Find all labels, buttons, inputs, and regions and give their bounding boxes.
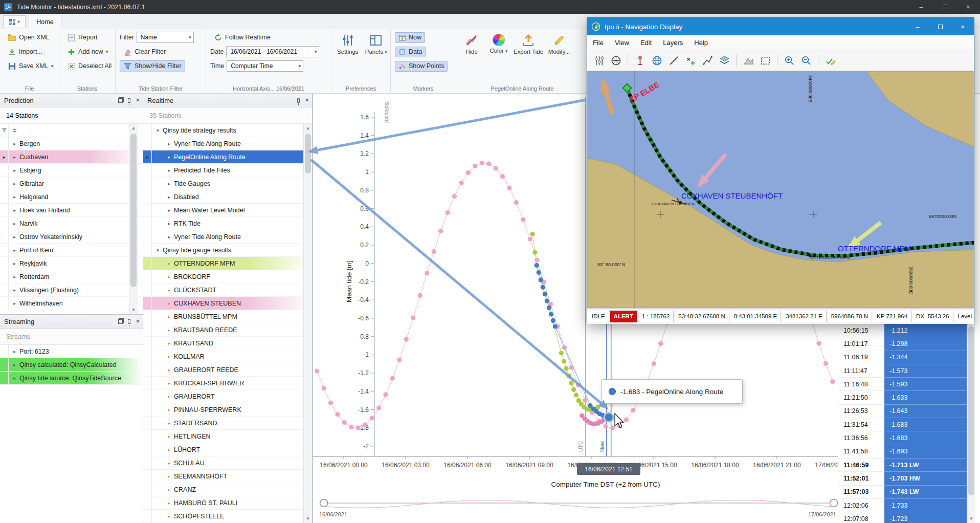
close-icon[interactable]: ×	[136, 98, 140, 103]
station-row[interactable]: ▸Vlissingen (Flushing)	[0, 284, 143, 297]
edit-check-icon[interactable]	[822, 53, 838, 68]
deselect-all-button[interactable]: Deselect All	[63, 60, 115, 72]
tree-station-row[interactable]: ▸▸PegelOnline Along Route	[143, 150, 312, 164]
expand-chevron-icon[interactable]: ▸	[11, 168, 18, 173]
layers-icon[interactable]	[717, 53, 732, 68]
measure-icon[interactable]	[666, 53, 681, 68]
compass-icon[interactable]	[608, 53, 623, 68]
maximize-button[interactable]	[933, 0, 956, 14]
settings-button[interactable]: Settings	[333, 30, 362, 55]
tree-station-row[interactable]: ▸Predicted Tide Files	[143, 164, 312, 177]
add-new-button[interactable]: Add new▾	[63, 46, 112, 58]
scroll-down-icon[interactable]: ▼	[304, 514, 312, 523]
expand-chevron-icon[interactable]: ▸	[165, 194, 173, 200]
tree-station-row[interactable]: ▸Tide Gauges	[143, 177, 312, 190]
clear-filter-button[interactable]: Clear Filter	[120, 46, 169, 58]
slider-handle-left[interactable]	[320, 499, 328, 507]
scrollbar-thumb[interactable]	[305, 134, 311, 173]
scroll-down-icon[interactable]: ▼	[967, 514, 975, 523]
minimize-button[interactable]: –	[906, 18, 929, 35]
collapse-chevron-icon[interactable]: ▾	[154, 128, 162, 133]
zoom-out-icon[interactable]	[798, 53, 814, 68]
table-row[interactable]: 11:11:47-1.573	[838, 364, 967, 378]
table-row[interactable]: 11:21:50-1.633	[838, 391, 967, 404]
tree-station-row[interactable]: ▸KRÜCKAU-SPERRWER	[143, 377, 312, 390]
table-scrollbar[interactable]: ▼	[967, 323, 975, 523]
tree-station-row[interactable]: ▸KOLLMAR	[143, 350, 312, 363]
tree-station-row[interactable]: ▸BRUNSBÜTTEL MPM	[143, 310, 312, 323]
minimize-button[interactable]: –	[909, 0, 933, 14]
tree-station-row[interactable]: ▸Disabled	[143, 190, 312, 204]
tab-home[interactable]: Home	[29, 15, 61, 29]
expand-chevron-icon[interactable]: ▸	[165, 168, 173, 173]
station-row[interactable]: ▸▸Cuxhaven	[0, 150, 143, 164]
pin-icon[interactable]	[297, 98, 300, 103]
expand-chevron-icon[interactable]: ▸	[165, 328, 173, 333]
hide-series-button[interactable]: Hide	[458, 30, 485, 55]
tree-station-row[interactable]: ▸LÜHORT	[143, 443, 312, 456]
collapse-chevron-icon[interactable]: ▾	[154, 248, 162, 253]
menu-item-edit[interactable]: Edit	[635, 39, 657, 47]
expand-chevron-icon[interactable]: ▸	[11, 376, 18, 381]
profile-icon[interactable]	[741, 53, 756, 68]
highlighted-data-point[interactable]	[604, 412, 613, 422]
station-row[interactable]: ▸Wilhelmshaven	[0, 297, 143, 310]
beacon-icon[interactable]	[632, 53, 648, 68]
scroll-up-icon[interactable]: ▲	[129, 124, 138, 133]
expand-chevron-icon[interactable]: ▸	[165, 434, 173, 439]
tree-station-row[interactable]: ▸GRAUERORT REEDE	[143, 363, 312, 377]
tree-station-row[interactable]: ▸OTTERNDORF MPM	[143, 257, 312, 270]
tree-station-row[interactable]: ▸Mean Water Level Model	[143, 204, 312, 217]
report-button[interactable]: Report	[63, 32, 101, 43]
table-row[interactable]: 11:41:58-1.693	[838, 445, 967, 459]
panels-button[interactable]: Panels ▾	[362, 30, 391, 55]
expand-chevron-icon[interactable]: ▸	[165, 261, 173, 266]
expand-chevron-icon[interactable]: ▸	[11, 274, 18, 279]
table-row[interactable]: 11:01:17-1.298	[838, 337, 967, 351]
station-row[interactable]: ▸Port of Kem'	[0, 244, 143, 257]
station-row[interactable]: ▸Esbjerg	[0, 164, 143, 177]
station-row[interactable]: ▸Helgoland	[0, 190, 143, 204]
nav-map[interactable]: KP ELBE CUXHAVEN STEUBEN OTTERNDORF MPM …	[587, 71, 974, 308]
expand-chevron-icon[interactable]: ▸	[165, 461, 173, 466]
table-row[interactable]: 12:07:08-1.723	[838, 512, 967, 523]
time-range-slider[interactable]: 16/06/202117/06/2021	[319, 499, 838, 518]
pin-icon[interactable]	[128, 319, 130, 324]
tree-group-row[interactable]: ▾Qinsy tide gauge results	[143, 244, 312, 257]
station-row[interactable]: ▸Hoek van Holland	[0, 204, 143, 217]
menu-item-help[interactable]: Help	[688, 39, 714, 47]
expand-chevron-icon[interactable]: ▸	[11, 181, 18, 186]
filter-row[interactable]: =	[0, 124, 143, 137]
expand-chevron-icon[interactable]: ▸	[165, 221, 173, 226]
expand-chevron-icon[interactable]: ▸	[165, 354, 173, 359]
slider-handle-right[interactable]	[830, 499, 838, 507]
nav-title-bar[interactable]: tpo ii - Navigation Display – ×	[587, 18, 974, 35]
expand-chevron-icon[interactable]: ▸	[11, 261, 18, 266]
expand-chevron-icon[interactable]: ▸	[11, 349, 18, 354]
table-row[interactable]: 11:26:53-1.643	[838, 405, 967, 418]
expand-chevron-icon[interactable]: ▸	[165, 487, 173, 492]
stream-row[interactable]: ▸Qinsy tide source: QinsyTideSource	[0, 372, 143, 385]
expand-chevron-icon[interactable]: ▸	[165, 367, 173, 373]
expand-chevron-icon[interactable]: ▸	[11, 301, 18, 306]
date-range-select[interactable]: 16/06/2021 - 16/06/2021▾	[226, 46, 319, 57]
expand-chevron-icon[interactable]: ▸	[11, 221, 18, 226]
expand-chevron-icon[interactable]: ▸	[11, 141, 18, 146]
expand-chevron-icon[interactable]: ▸	[165, 288, 173, 293]
expand-chevron-icon[interactable]: ▸	[165, 274, 173, 279]
tree-station-row[interactable]: ▸GLÜCKSTADT	[143, 284, 312, 297]
station-row[interactable]: ▸Ostrov Yekaterininskiy	[0, 230, 143, 244]
scrollbar-thumb[interactable]	[968, 326, 974, 495]
tree-station-row[interactable]: ▸KRAUTSAND	[143, 337, 312, 350]
color-button[interactable]: Color ▾	[485, 30, 513, 55]
float-window-icon[interactable]	[118, 319, 123, 324]
expand-chevron-icon[interactable]: ▸	[11, 248, 18, 253]
menu-item-file[interactable]: File	[587, 39, 609, 47]
show-hide-filter-toggle[interactable]: Show/Hide Filter	[120, 60, 185, 72]
globe-icon[interactable]	[649, 53, 664, 68]
menu-item-layers[interactable]: Layers	[657, 39, 688, 47]
expand-chevron-icon[interactable]: ▸	[165, 341, 173, 346]
expand-chevron-icon[interactable]: ▸	[165, 474, 173, 479]
table-row[interactable]: 11:46:59-1.713 LW	[838, 459, 967, 472]
add-waypoint-icon[interactable]	[683, 53, 698, 68]
